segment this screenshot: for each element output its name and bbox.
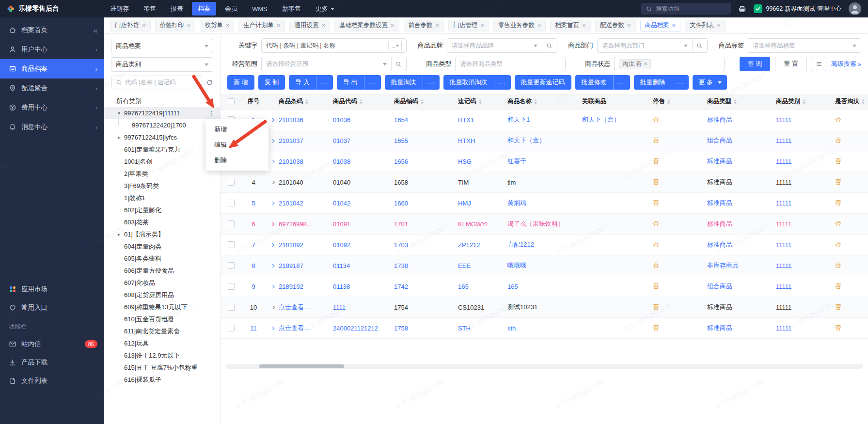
column-header-商品类别[interactable]: 商品类别: [776, 97, 835, 106]
tree-item[interactable]: 602|定量膨化: [104, 204, 220, 216]
cell-name[interactable]: 黄焖鸡: [507, 199, 582, 207]
cell-code[interactable]: 01138: [333, 283, 394, 290]
sidebar-item-档案首页[interactable]: 档案首页«: [0, 20, 104, 40]
tree-item[interactable]: 1|散称1: [104, 192, 220, 204]
caret-right-icon[interactable]: ▸: [116, 232, 122, 237]
sort-icon[interactable]: [862, 99, 865, 104]
tenant-badge[interactable]: 99662-新界面测试-管理中心: [754, 4, 841, 13]
avatar[interactable]: [849, 2, 861, 15]
nav-item-档案[interactable]: 档案: [192, 2, 216, 16]
close-icon[interactable]: ×: [537, 22, 541, 29]
cell-code[interactable]: 01038: [333, 158, 394, 165]
ellipsis-icon[interactable]: ···: [316, 75, 333, 90]
close-icon[interactable]: ×: [644, 61, 647, 67]
close-icon[interactable]: ×: [187, 22, 191, 29]
row-checkbox[interactable]: [228, 241, 235, 248]
row-checkbox[interactable]: [228, 325, 235, 331]
cell-barcode[interactable]: 点击查看…: [279, 303, 333, 312]
sort-icon[interactable]: [305, 99, 308, 104]
tree-item[interactable]: 601|定量糖果巧克力: [104, 143, 220, 156]
tree-item[interactable]: 607|化妆品: [104, 277, 220, 289]
chevron-right-icon[interactable]: [269, 285, 274, 288]
tree-item[interactable]: 608|定货厨房用品: [104, 289, 220, 301]
column-header-序号[interactable]: 序号: [242, 97, 265, 106]
tag-select[interactable]: 请选择商品标签: [748, 38, 861, 53]
cell-related[interactable]: 和天下（盒）: [582, 115, 653, 124]
tab-配送参数[interactable]: 配送参数×: [595, 20, 636, 31]
tree-item[interactable]: ▸99767122415|lyfcs: [104, 131, 220, 143]
printer-icon[interactable]: [738, 5, 746, 13]
tab-生产计划单[interactable]: 生产计划单×: [238, 20, 285, 31]
close-icon[interactable]: ×: [717, 22, 721, 29]
cell-barcode[interactable]: 2101040: [279, 179, 333, 186]
tree-search-input[interactable]: 代码 |名称 | 速记码: [111, 76, 202, 89]
cell-name[interactable]: 哦哦哦: [507, 261, 582, 270]
action-批量淘汰[interactable]: 批量淘汰···: [385, 75, 440, 90]
cell-barcode[interactable]: 点击查看…: [279, 324, 333, 332]
row-checkbox[interactable]: [228, 262, 235, 269]
action-导入[interactable]: 导 入···: [289, 75, 333, 90]
tree-item[interactable]: 612|玩具: [104, 337, 220, 349]
column-header-速记码[interactable]: 速记码: [458, 97, 507, 106]
row-checkbox[interactable]: [228, 179, 235, 186]
ellipsis-icon[interactable]: ···: [423, 75, 440, 90]
row-checkbox[interactable]: [228, 220, 235, 227]
more-dots-icon[interactable]: ⋮: [206, 110, 216, 117]
advanced-search-link[interactable]: 高级搜索»: [831, 60, 861, 68]
keyword-more-button[interactable]: ...+: [388, 41, 402, 50]
tree-item[interactable]: 603|花茶: [104, 216, 220, 228]
chevron-right-icon[interactable]: [269, 202, 274, 205]
sidebar-item-配送聚合[interactable]: 配送聚合›: [0, 79, 104, 98]
dept-search-button[interactable]: [692, 39, 703, 52]
ellipsis-icon[interactable]: ···: [672, 75, 689, 90]
tab-价签打印[interactable]: 价签打印×: [155, 20, 196, 31]
close-icon[interactable]: ×: [480, 22, 484, 29]
context-menu-item-编辑[interactable]: 编辑: [205, 137, 268, 153]
column-header-是否淘汰[interactable]: 是否淘汰: [835, 97, 868, 106]
tab-门店管理[interactable]: 门店管理×: [448, 20, 489, 31]
close-icon[interactable]: ×: [436, 22, 440, 29]
sidebar-item-费用中心[interactable]: 费用中心›: [0, 98, 104, 117]
tab-档案首页[interactable]: 档案首页×: [550, 20, 591, 31]
select-all-checkbox[interactable]: [228, 98, 235, 105]
horizontal-scrollbar[interactable]: [225, 364, 863, 369]
column-header-关联商品[interactable]: 关联商品: [582, 97, 653, 106]
close-icon[interactable]: ×: [672, 22, 676, 29]
sidebar-item-用户中心[interactable]: 用户中心›: [0, 40, 104, 59]
cell-barcode[interactable]: 2101092: [279, 241, 333, 249]
nav-item-会员[interactable]: 会员: [219, 2, 243, 16]
scope-search-button[interactable]: [391, 57, 402, 71]
action-导出[interactable]: 导 出···: [337, 75, 381, 90]
scrollbar-thumb[interactable]: [259, 364, 344, 368]
cell-code[interactable]: 1111: [333, 304, 394, 311]
cell-name[interactable]: 和天下（盒）: [507, 136, 582, 145]
nav-item-新零售[interactable]: 新零售: [276, 2, 307, 16]
caret-down-icon[interactable]: ▾: [116, 110, 122, 116]
close-icon[interactable]: ×: [321, 22, 325, 29]
refresh-icon[interactable]: [206, 79, 213, 86]
tree-item[interactable]: 604|定量肉类: [104, 240, 220, 252]
sort-icon[interactable]: [667, 99, 670, 104]
tree-item[interactable]: 所有类别: [104, 95, 220, 107]
cell-barcode[interactable]: 2101037: [279, 137, 333, 144]
tree-item[interactable]: 610|五金百货电器: [104, 313, 220, 325]
tab-零售业务参数[interactable]: 零售业务参数×: [493, 20, 546, 31]
nav-item-WMS[interactable]: WMS: [246, 3, 273, 15]
action-批量修改[interactable]: 批量修改···: [575, 75, 630, 90]
sort-icon[interactable]: [360, 99, 363, 104]
tree-item[interactable]: ▸01|【演示类】: [104, 228, 220, 240]
close-icon[interactable]: ×: [226, 22, 230, 29]
row-checkbox[interactable]: [228, 283, 235, 290]
close-icon[interactable]: ×: [582, 22, 586, 29]
cell-code[interactable]: 01042: [333, 200, 394, 207]
tree-item[interactable]: ▾99767122419|11111⋮: [104, 107, 220, 119]
cell-code[interactable]: 01037: [333, 137, 394, 144]
column-settings-button[interactable]: [812, 57, 826, 71]
ellipsis-icon[interactable]: ···: [494, 75, 511, 90]
sidebar-item-商品档案[interactable]: 商品档案›: [0, 59, 104, 79]
sidebar-item-消息中心[interactable]: 消息中心›: [0, 117, 104, 137]
cell-name[interactable]: 165: [507, 283, 582, 290]
tree-item[interactable]: 613|饼干12.9元以下: [104, 349, 220, 361]
cell-name[interactable]: 渴了么（果味饮料）: [507, 220, 582, 228]
cell-code[interactable]: 01040: [333, 179, 394, 186]
